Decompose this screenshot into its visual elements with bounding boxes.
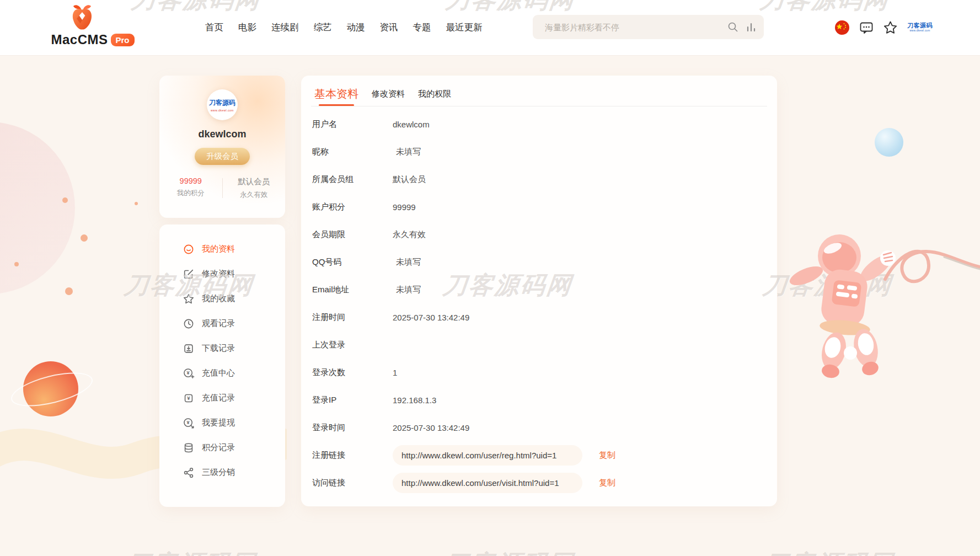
trending-chart-icon[interactable]: [746, 22, 756, 33]
menu-item-watch-history[interactable]: 观看记录: [183, 311, 285, 336]
member-validity: 永久有效: [223, 190, 286, 200]
dot-decoration: [65, 287, 73, 295]
favorites-star-icon[interactable]: [883, 20, 898, 35]
nav-item-anime[interactable]: 动漫: [347, 22, 365, 34]
blue-sphere-decoration: [875, 128, 903, 157]
row-account-points: 账户积分 99999: [312, 193, 777, 221]
brand-badge: Pro: [111, 34, 135, 46]
tab-basic-info[interactable]: 基本资料: [314, 87, 358, 106]
row-username: 用户名 dkewlcom: [312, 110, 777, 138]
nav-item-variety[interactable]: 综艺: [314, 22, 332, 34]
page: MacCMS Pro 首页 电影 连续剧 综艺 动漫 资讯 专题 最近更新: [0, 0, 980, 556]
menu-item-my-favorites[interactable]: 我的收藏: [183, 286, 285, 311]
register-link-input[interactable]: [393, 445, 582, 466]
row-member-term: 会员期限 永久有效: [312, 221, 777, 248]
header: MacCMS Pro 首页 电影 连续剧 综艺 动漫 资讯 专题 最近更新: [0, 0, 980, 55]
recharge-record-icon: ¥: [183, 392, 195, 404]
row-login-ip: 登录IP 192.168.1.3: [312, 386, 777, 414]
row-last-login: 上次登录: [312, 331, 777, 359]
download-icon: [183, 343, 195, 355]
site-logo[interactable]: MacCMS Pro: [53, 3, 132, 47]
nav-item-topics[interactable]: 专题: [413, 22, 431, 34]
username: dkewlcom: [159, 129, 285, 140]
row-register-link: 注册链接 复制: [312, 441, 777, 469]
row-login-count: 登录次数 1: [312, 359, 777, 386]
dot-decoration: [81, 234, 88, 242]
nav-item-movies[interactable]: 电影: [238, 22, 256, 34]
row-qq-number: QQ号码 未填写: [312, 248, 777, 276]
row-email: Email地址 未填写: [312, 276, 777, 303]
menu-item-download-history[interactable]: 下载记录: [183, 336, 285, 361]
avatar[interactable]: 刀客源码 www.dkewl.com: [207, 89, 238, 120]
profile-tabs: 基本资料 修改资料 我的权限: [301, 76, 777, 106]
tab-my-permissions[interactable]: 我的权限: [418, 89, 451, 106]
clock-icon: [183, 318, 195, 330]
visit-link-input[interactable]: [393, 473, 582, 493]
menu-item-points-record[interactable]: 积分记录: [183, 435, 285, 460]
recharge-icon: ¥: [183, 367, 195, 379]
svg-text:¥: ¥: [187, 370, 190, 376]
dot-decoration: [14, 262, 19, 266]
withdraw-icon: ¥: [183, 417, 195, 429]
menu-item-three-level-distribution[interactable]: 三级分销: [183, 460, 285, 485]
share-icon: [183, 467, 195, 479]
row-nickname: 昵称 未填写: [312, 138, 777, 165]
profile-smile-icon: [183, 243, 195, 255]
active-tab-underline: [319, 104, 354, 106]
row-login-time: 登录时间 2025-07-30 13:42:49: [312, 414, 777, 441]
member-group: 默认会员: [223, 177, 286, 187]
menu-item-recharge-center[interactable]: ¥ 充值中心: [183, 361, 285, 386]
messages-icon[interactable]: [859, 20, 874, 35]
menu-item-withdraw[interactable]: ¥ 我要提现: [183, 410, 285, 435]
nav-item-series[interactable]: 连续剧: [271, 22, 299, 34]
language-flag-icon[interactable]: [834, 20, 850, 35]
apple-logo-icon: [70, 3, 94, 31]
points-label: 我的积分: [159, 189, 222, 198]
watermark: 刀客源码网: [761, 269, 894, 302]
planet-decoration: [23, 361, 78, 416]
nav-item-home[interactable]: 首页: [205, 22, 223, 34]
dkewl-mini-logo[interactable]: 刀客源码 www.dkewl.com: [907, 23, 933, 33]
search-icon[interactable]: [727, 22, 738, 33]
sidebar-menu-card: 我的资料 修改资料 我的收藏 观看记录 下载记录 ¥ 充值中心: [159, 224, 285, 507]
search-input[interactable]: [544, 22, 727, 33]
star-icon: [183, 293, 195, 305]
watermark: 刀客源码网: [125, 548, 258, 556]
svg-text:¥: ¥: [187, 395, 190, 401]
main-content-card: 基本资料 修改资料 我的权限 用户名 dkewlcom 昵称 未填写 所属会员组…: [301, 76, 777, 506]
search-bar: [533, 15, 764, 39]
brand-name: MacCMS: [51, 32, 108, 47]
profile-detail-rows: 用户名 dkewlcom 昵称 未填写 所属会员组 默认会员 账户积分 9999…: [301, 106, 777, 496]
menu-item-recharge-record[interactable]: ¥ 充值记录: [183, 386, 285, 410]
points-record-icon: [183, 442, 195, 454]
pink-circle-decoration: [0, 122, 75, 294]
edit-icon: [183, 268, 195, 280]
main-nav: 首页 电影 连续剧 综艺 动漫 资讯 专题 最近更新: [205, 0, 483, 55]
dot-decoration: [62, 197, 68, 203]
dot-decoration: [135, 202, 138, 205]
row-visit-link: 访问链接 复制: [312, 469, 777, 496]
menu-item-edit-profile[interactable]: 修改资料: [183, 261, 285, 286]
watermark: 刀客源码网: [762, 548, 895, 556]
copy-register-link-button[interactable]: 复制: [596, 450, 619, 461]
svg-text:¥: ¥: [187, 420, 190, 425]
row-member-group: 所属会员组 默认会员: [312, 165, 777, 193]
upgrade-member-button[interactable]: 升级会员: [195, 148, 250, 165]
nav-item-recent-updates[interactable]: 最近更新: [446, 22, 483, 34]
copy-visit-link-button[interactable]: 复制: [596, 477, 619, 489]
nav-item-news[interactable]: 资讯: [380, 22, 398, 34]
sidebar-menu: 我的资料 修改资料 我的收藏 观看记录 下载记录 ¥ 充值中心: [159, 224, 285, 485]
row-register-time: 注册时间 2025-07-30 13:42:49: [312, 303, 777, 331]
profile-card: 刀客源码 www.dkewl.com dkewlcom 升级会员 99999 我…: [159, 76, 285, 218]
watermark: 刀客源码网: [442, 548, 575, 556]
menu-item-my-profile[interactable]: 我的资料: [183, 237, 285, 261]
tab-edit-info[interactable]: 修改资料: [372, 89, 405, 106]
points-value: 99999: [159, 177, 222, 185]
astronaut-illustration: [783, 214, 980, 379]
profile-stats: 99999 我的积分 默认会员 永久有效: [159, 177, 285, 200]
header-icons: 刀客源码 www.dkewl.com: [834, 0, 933, 55]
planet-ring: [8, 366, 96, 413]
